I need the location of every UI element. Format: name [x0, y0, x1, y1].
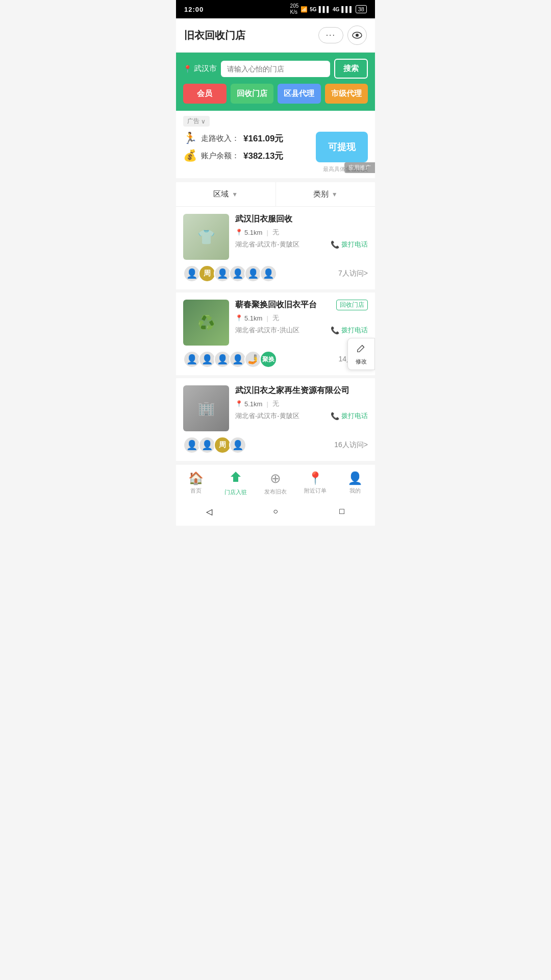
home-button[interactable]: ○ [268, 504, 283, 519]
store-card-wrap-3: 🏢 武汉旧衣之家再生资源有限公司 📍 5.1km | 无 [176, 378, 375, 461]
city-selector[interactable]: 📍 武汉市 [183, 64, 217, 74]
ad-stats: 🏃 走路收入： ¥161.09元 💰 账户余额： ¥382.13元 [183, 132, 283, 162]
store-name-row-3: 武汉旧衣之家再生资源有限公司 [235, 385, 368, 396]
store-name-2: 蕲春聚换回收旧衣平台 [235, 300, 317, 310]
category-city-button[interactable]: 市级代理 [325, 84, 368, 104]
recent-button[interactable]: □ [335, 504, 349, 519]
store-card-wrap-2: ♻️ 蕲春聚换回收旧衣平台 回收门店 📍 5.1km | 无 [176, 292, 375, 375]
category-vip-button[interactable]: 会员 [183, 84, 227, 104]
visitor-row-1: 👤 周 👤 👤 👤 👤 7人访问> [183, 265, 368, 282]
search-row: 📍 武汉市 搜索 [183, 59, 368, 79]
back-icon: ◁ [206, 507, 212, 517]
ad-notice: 最高具体金额以实 [183, 165, 368, 173]
nav-home[interactable]: 🏠 首页 [176, 470, 216, 496]
avatar-3-3: 周 [214, 436, 231, 454]
store-info-1: 武汉旧衣服回收 📍 5.1km | 无 湖北省-武汉市-黄陂区 📞 [235, 214, 368, 260]
avatar-2-1: 👤 [183, 351, 201, 368]
ad-banner: 广告 ∨ 🏃 走路收入： ¥161.09元 💰 账户余额： ¥382.13元 可… [176, 111, 375, 178]
store-image-2: ♻️ [183, 300, 229, 346]
ad-chevron-icon: ∨ [201, 118, 206, 125]
system-nav-bar: ◁ ○ □ [176, 499, 375, 526]
search-area: 📍 武汉市 搜索 会员 回收门店 区县代理 市级代理 [176, 53, 375, 111]
visitor-count-1[interactable]: 7人访问> [338, 269, 368, 278]
location-pin-icon-3: 📍 [235, 400, 243, 407]
avatar-3-1: 👤 [183, 436, 201, 454]
phone-icon-1: 📞 [331, 240, 339, 249]
store-info-3: 武汉旧衣之家再生资源有限公司 📍 5.1km | 无 湖北省-武汉市-黄陂区 [235, 385, 368, 431]
city-label: 武汉市 [194, 64, 217, 74]
phone-icon-3: 📞 [331, 412, 339, 420]
avatar-list-2: 👤 👤 👤 👤 🤳 聚换 [183, 351, 275, 368]
shop-entry-icon [229, 470, 243, 487]
visitor-count-3[interactable]: 16人访问> [334, 440, 368, 450]
store-card-wrap-1: 👕 武汉旧衣服回收 📍 5.1km | 无 湖 [176, 207, 375, 289]
area-filter-button[interactable]: 区域 ▼ [176, 182, 276, 206]
location-pin-icon-2: 📍 [235, 314, 243, 322]
header: 旧衣回收门店 ··· [176, 18, 375, 53]
nearby-icon: 📍 [308, 471, 323, 485]
store-image-3: 🏢 [183, 385, 229, 431]
call-button-1[interactable]: 📞 拨打电话 [331, 240, 368, 249]
category-recycle-button[interactable]: 回收门店 [231, 84, 274, 104]
store-img-placeholder-2: ♻️ [197, 314, 215, 331]
phone-icon-2: 📞 [331, 326, 339, 334]
nav-shop-entry[interactable]: 门店入驻 [216, 469, 256, 497]
nav-nearby-orders[interactable]: 📍 附近订单 [295, 470, 335, 496]
ad-tag[interactable]: 广告 ∨ [183, 116, 210, 127]
search-input-wrap[interactable] [221, 61, 330, 77]
more-options-button[interactable]: ··· [318, 27, 343, 43]
avatar-list-1: 👤 周 👤 👤 👤 👤 [183, 265, 275, 282]
walk-income-label: 走路收入： [201, 134, 239, 143]
battery-icon: 38 [356, 5, 367, 13]
store-info-2: 蕲春聚换回收旧衣平台 回收门店 📍 5.1km | 无 湖北省-武汉市-洪山区 [235, 300, 368, 346]
search-input[interactable] [227, 65, 324, 73]
store-meta-row-3: 📍 5.1km | 无 [235, 399, 368, 408]
category-district-button[interactable]: 区县代理 [278, 84, 321, 104]
store-location-1: 湖北省-武汉市-黄陂区 [235, 240, 299, 249]
store-location-row-2: 湖北省-武汉市-洪山区 📞 拨打电话 [235, 326, 368, 335]
avatar-1-5: 👤 [244, 265, 262, 282]
store-card-3[interactable]: 🏢 武汉旧衣之家再生资源有限公司 📍 5.1km | 无 [176, 378, 375, 461]
back-button[interactable]: ◁ [202, 504, 216, 519]
call-button-2[interactable]: 📞 拨打电话 [331, 326, 368, 335]
store-name-3: 武汉旧衣之家再生资源有限公司 [235, 385, 349, 396]
avatar-3-2: 👤 [198, 436, 216, 454]
visitor-row-3: 👤 👤 周 👤 16人访问> [183, 436, 368, 454]
store-distance-3: 📍 5.1km [235, 400, 262, 408]
search-button[interactable]: 搜索 [334, 59, 368, 79]
withdraw-button[interactable]: 可提现 [316, 132, 368, 162]
store-main-1: 👕 武汉旧衣服回收 📍 5.1km | 无 湖 [183, 214, 368, 260]
store-distance-2: 📍 5.1km [235, 314, 262, 322]
eye-icon [352, 32, 362, 39]
preview-button[interactable] [347, 26, 367, 45]
avatar-2-3: 👤 [214, 351, 231, 368]
nav-nearby-label: 附近订单 [304, 487, 327, 495]
status-bar: 12:00 205K/s 📶 5G ▌▌▌ 4G ▌▌▌ 38 [176, 0, 375, 18]
location-pin-icon-1: 📍 [235, 229, 243, 236]
avatar-1-3: 👤 [214, 265, 231, 282]
store-score-2: 无 [272, 313, 279, 323]
store-card-1[interactable]: 👕 武汉旧衣服回收 📍 5.1km | 无 湖 [176, 207, 375, 289]
store-location-row-1: 湖北省-武汉市-黄陂区 📞 拨打电话 [235, 240, 368, 249]
page-title: 旧衣回收门店 [184, 29, 245, 42]
store-score-3: 无 [272, 399, 279, 408]
avatar-2-2: 👤 [198, 351, 216, 368]
account-balance-row: 💰 账户余额： ¥382.13元 [183, 149, 283, 162]
edit-fab[interactable]: 修改 [347, 338, 375, 370]
nav-post-clothes[interactable]: ⊕ 发布旧衣 [256, 470, 295, 497]
avatar-2-5: 🤳 [244, 351, 262, 368]
status-icons: 205K/s 📶 5G ▌▌▌ 4G ▌▌▌ 38 [290, 3, 367, 15]
mine-icon: 👤 [347, 471, 363, 485]
category-filter-button[interactable]: 类别 ▼ [276, 182, 375, 206]
wifi-icon: 📶 [300, 6, 308, 13]
app-promo-badge: 应用推广 [344, 162, 375, 173]
signal-5g: 5G [310, 7, 316, 12]
nav-mine[interactable]: 👤 我的 [335, 470, 375, 496]
svg-point-1 [356, 34, 359, 37]
store-name-1: 武汉旧衣服回收 [235, 214, 292, 225]
store-card-2[interactable]: ♻️ 蕲春聚换回收旧衣平台 回收门店 📍 5.1km | 无 [176, 292, 375, 375]
avatar-1-4: 👤 [229, 265, 246, 282]
call-button-3[interactable]: 📞 拨打电话 [331, 411, 368, 421]
edit-icon [356, 342, 367, 356]
category-buttons: 会员 回收门店 区县代理 市级代理 [183, 84, 368, 104]
